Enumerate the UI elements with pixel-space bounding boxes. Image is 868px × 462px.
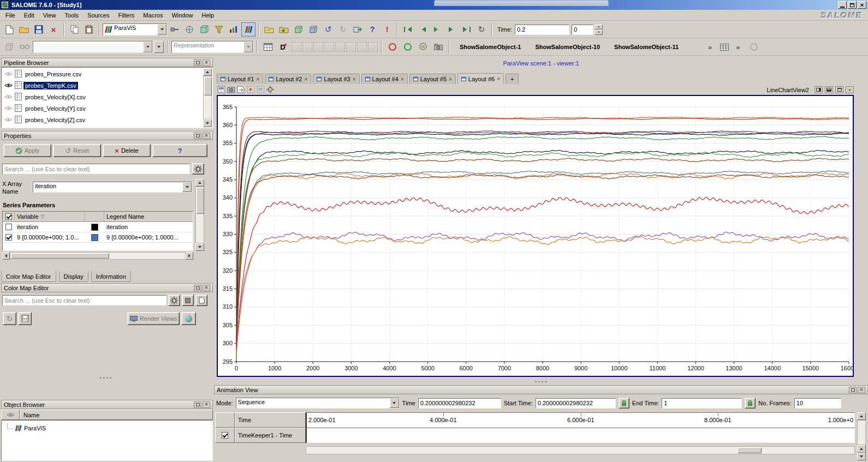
lock-end-time-button[interactable] bbox=[745, 398, 756, 409]
tab-information[interactable]: Information bbox=[91, 271, 131, 282]
pipeline-item[interactable]: probes_Velocity[X].csv bbox=[2, 91, 212, 103]
scroll-thumb[interactable] bbox=[197, 188, 204, 214]
save-document-button[interactable] bbox=[32, 22, 46, 37]
pipeline-item[interactable]: probes_Velocity[Z].csv bbox=[2, 114, 212, 125]
dock-close-button[interactable]: × bbox=[858, 387, 865, 393]
table-horizontal-scrollbar[interactable] bbox=[2, 252, 193, 260]
next-frame-button[interactable] bbox=[445, 22, 459, 37]
visibility-eye-icon[interactable] bbox=[3, 117, 13, 123]
tree-item-label[interactable]: ParaViS bbox=[24, 425, 46, 431]
scroll-up-button-2[interactable] bbox=[857, 445, 866, 453]
toolbar-overflow-chevron-2[interactable]: » bbox=[736, 43, 740, 51]
tab-close-icon[interactable]: × bbox=[353, 76, 356, 82]
dock-float-button[interactable] bbox=[194, 133, 201, 139]
search-options-button[interactable] bbox=[192, 163, 204, 175]
reset-center-button[interactable] bbox=[401, 40, 415, 54]
menu-filters[interactable]: Filters bbox=[114, 11, 139, 20]
spreadsheet-view-button[interactable] bbox=[261, 40, 275, 54]
pipeline-item[interactable]: probes_Pressure.csv bbox=[2, 68, 212, 80]
paravis-active-module-button[interactable] bbox=[241, 22, 255, 37]
tab-layout-1[interactable]: Layout #1× bbox=[217, 74, 263, 84]
render-views-button[interactable]: Render Views bbox=[127, 312, 180, 325]
line-chart[interactable]: 2953003053103153203253303353403453503553… bbox=[218, 96, 853, 376]
interactive-select-icon[interactable] bbox=[368, 42, 378, 52]
tab-layout-5[interactable]: Layout #5× bbox=[409, 74, 456, 84]
mode-combo-dropdown[interactable] bbox=[390, 398, 399, 408]
menu-sources[interactable]: Sources bbox=[83, 11, 114, 20]
pipeline-item-label[interactable]: probes_TempK.csv bbox=[23, 82, 78, 89]
frames-field[interactable] bbox=[794, 398, 841, 409]
open-data-button[interactable] bbox=[262, 22, 276, 37]
select-frustum-cells-icon[interactable] bbox=[313, 42, 323, 52]
post-module-button[interactable] bbox=[212, 22, 226, 37]
reset-button[interactable]: ↺ Reset bbox=[53, 144, 101, 157]
pipeline-item[interactable]: probes_TempK.csv bbox=[2, 80, 212, 91]
loop-button[interactable]: ↻ bbox=[474, 22, 489, 37]
save-data-icon[interactable] bbox=[217, 86, 225, 94]
time-cursor[interactable] bbox=[306, 412, 307, 443]
tab-color-map-editor[interactable]: Color Map Editor bbox=[1, 271, 56, 282]
frame-spin-up[interactable] bbox=[594, 25, 603, 29]
sphere-source-button[interactable] bbox=[306, 22, 320, 37]
visibility-eye-icon[interactable] bbox=[3, 82, 13, 88]
toolbar-overflow-chevron[interactable]: » bbox=[708, 43, 712, 51]
split-horizontal-button[interactable] bbox=[815, 86, 823, 93]
lock-start-time-button[interactable] bbox=[619, 398, 629, 409]
previous-frame-button[interactable] bbox=[415, 22, 430, 37]
start-time-field[interactable] bbox=[536, 398, 616, 409]
close-view-button[interactable]: × bbox=[846, 86, 854, 93]
frame-index-field[interactable] bbox=[572, 25, 593, 35]
end-time-field[interactable] bbox=[662, 398, 742, 409]
series-enabled-checkbox[interactable] bbox=[5, 224, 12, 230]
representation-combo[interactable]: Representation bbox=[171, 41, 253, 53]
play-button[interactable] bbox=[430, 22, 444, 37]
select-all-checkbox[interactable] bbox=[5, 213, 12, 220]
select-points-icon[interactable] bbox=[247, 86, 255, 94]
dock-close-button[interactable]: × bbox=[203, 401, 210, 408]
select-surface-points-icon[interactable] bbox=[302, 42, 312, 52]
open-document-button[interactable] bbox=[17, 22, 31, 37]
minimize-button[interactable] bbox=[838, 1, 847, 9]
color-map-search-input[interactable] bbox=[2, 295, 167, 305]
chart-module-button[interactable] bbox=[227, 22, 241, 37]
color-map-search-options-button[interactable] bbox=[168, 295, 180, 306]
help-button[interactable]: ? bbox=[365, 22, 379, 37]
menu-tools[interactable]: Tools bbox=[60, 11, 83, 20]
detach-editor-button[interactable] bbox=[195, 295, 207, 306]
dock-float-button[interactable] bbox=[194, 401, 201, 408]
export-scene-icon[interactable] bbox=[237, 86, 245, 94]
color-by-combo-dropdown[interactable] bbox=[143, 41, 152, 52]
toggle-data-button[interactable]: D bbox=[276, 40, 290, 54]
mesh-module-button[interactable] bbox=[182, 22, 197, 37]
x-array-dropdown[interactable] bbox=[182, 182, 192, 192]
select-region-icon[interactable] bbox=[257, 86, 265, 94]
track-enabled-checkbox[interactable] bbox=[222, 432, 228, 439]
save-color-map-button[interactable] bbox=[18, 312, 32, 325]
title-bar[interactable]: SALOME 7.6.0 - [Study1] × bbox=[0, 0, 868, 10]
tab-close-icon[interactable]: × bbox=[401, 76, 404, 82]
object-browser-titlebar[interactable]: Object Browser × bbox=[1, 400, 213, 409]
left-dock-splitter[interactable]: •••• bbox=[82, 375, 131, 380]
link-camera-button[interactable] bbox=[17, 40, 32, 54]
scroll-thumb[interactable] bbox=[204, 77, 212, 95]
menu-help[interactable]: Help bbox=[198, 11, 219, 20]
pipeline-item-label[interactable]: probes_Velocity[Y].csv bbox=[23, 105, 87, 112]
table-view-button[interactable] bbox=[717, 40, 732, 54]
show-center-button[interactable]: G bbox=[416, 40, 430, 54]
refresh-color-map-button[interactable]: ↻ bbox=[3, 312, 16, 325]
advanced-options-button[interactable] bbox=[182, 295, 194, 306]
select-polygon-cells-icon[interactable] bbox=[335, 42, 345, 52]
name-column-header[interactable]: Name bbox=[20, 410, 213, 420]
frame-spin-down[interactable] bbox=[594, 30, 603, 35]
series-color-swatch[interactable] bbox=[91, 224, 98, 231]
tab-close-icon[interactable]: × bbox=[497, 76, 500, 82]
dock-close-button[interactable]: × bbox=[203, 285, 210, 291]
tab-display[interactable]: Display bbox=[59, 271, 88, 282]
animation-vertical-scrollbar[interactable] bbox=[857, 412, 866, 460]
menu-file[interactable]: File bbox=[1, 11, 20, 20]
dock-float-button[interactable] bbox=[194, 59, 201, 66]
dock-float-button[interactable] bbox=[194, 285, 201, 291]
menu-edit[interactable]: Edit bbox=[20, 11, 39, 20]
display-style-button[interactable] bbox=[2, 40, 16, 54]
horizontal-splitter[interactable]: •••• bbox=[517, 379, 566, 383]
